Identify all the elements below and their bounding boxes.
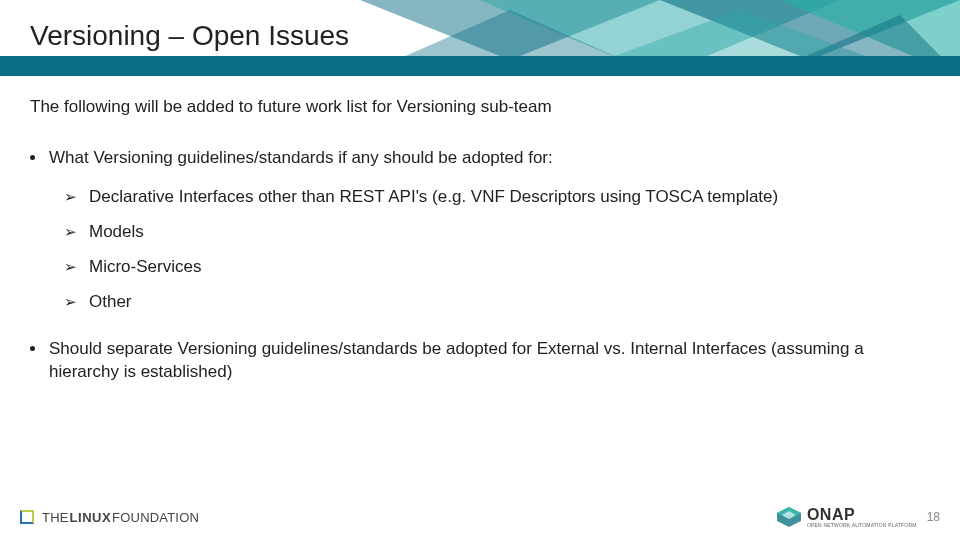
list-item: ➢ Declarative Interfaces other than REST… xyxy=(64,186,930,209)
sub-item-label: Micro-Services xyxy=(89,256,201,279)
bullet-text: Should separate Versioning guidelines/st… xyxy=(49,338,930,384)
chevron-right-icon: ➢ xyxy=(64,256,77,279)
footer-right: ONAP OPEN NETWORK AUTOMATION PLATFORM 18 xyxy=(776,506,940,528)
bullet-item: What Versioning guidelines/standards if … xyxy=(30,147,930,170)
bullet-item: Should separate Versioning guidelines/st… xyxy=(30,338,930,384)
chevron-right-icon: ➢ xyxy=(64,186,77,209)
sub-item-label: Other xyxy=(89,291,132,314)
sub-item-label: Declarative Interfaces other than REST A… xyxy=(89,186,778,209)
lf-text-linux: LINUX xyxy=(70,510,112,525)
slide-header: Versioning – Open Issues xyxy=(0,0,960,76)
list-item: ➢ Micro-Services xyxy=(64,256,930,279)
slide-content: The following will be added to future wo… xyxy=(0,76,960,384)
lf-text-foundation: FOUNDATION xyxy=(112,510,199,525)
chevron-right-icon: ➢ xyxy=(64,291,77,314)
intro-text: The following will be added to future wo… xyxy=(30,96,930,119)
sub-list: ➢ Declarative Interfaces other than REST… xyxy=(64,186,930,314)
bullet-dot-icon xyxy=(30,346,35,351)
page-title: Versioning – Open Issues xyxy=(30,20,349,52)
onap-name: ONAP xyxy=(807,507,917,523)
lf-mark-icon xyxy=(20,510,34,524)
list-item: ➢ Models xyxy=(64,221,930,244)
linux-foundation-logo: THE LINUX FOUNDATION xyxy=(20,510,199,525)
bullet-dot-icon xyxy=(30,155,35,160)
slide-footer: THE LINUX FOUNDATION ONAP OPEN NETWORK A… xyxy=(0,500,960,540)
header-bar xyxy=(0,56,960,76)
onap-subtitle: OPEN NETWORK AUTOMATION PLATFORM xyxy=(807,523,917,528)
list-item: ➢ Other xyxy=(64,291,930,314)
chevron-right-icon: ➢ xyxy=(64,221,77,244)
onap-logo: ONAP OPEN NETWORK AUTOMATION PLATFORM xyxy=(776,506,917,528)
onap-mark-icon xyxy=(776,506,802,528)
lf-text-the: THE xyxy=(42,510,69,525)
sub-item-label: Models xyxy=(89,221,144,244)
page-number: 18 xyxy=(927,510,940,524)
bullet-text: What Versioning guidelines/standards if … xyxy=(49,147,553,170)
onap-text: ONAP OPEN NETWORK AUTOMATION PLATFORM xyxy=(807,507,917,528)
